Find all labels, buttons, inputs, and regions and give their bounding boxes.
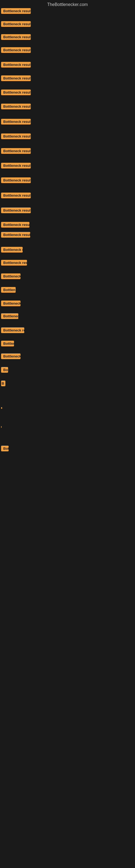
- bottleneck-row-25: Bottler: [1, 341, 14, 347]
- bottleneck-badge-12: Bottleneck result: [1, 163, 31, 168]
- bottleneck-row-2: Bottleneck result: [1, 21, 31, 28]
- bottleneck-row-13: Bottleneck result: [1, 177, 31, 184]
- bottleneck-badge-26: Bottleneck: [1, 353, 20, 359]
- bottleneck-badge-11: Bottleneck result: [1, 148, 31, 154]
- bottleneck-badge-22: Bottleneck: [1, 301, 20, 306]
- bottleneck-row-12: Bottleneck result: [1, 163, 31, 169]
- bottleneck-row-27: Bo: [1, 367, 8, 374]
- bottleneck-badge-29: [1, 407, 2, 409]
- bottleneck-badge-25: Bottler: [1, 341, 14, 346]
- bottleneck-row-3: Bottleneck result: [1, 34, 31, 41]
- bottleneck-row-19: Bottleneck resu: [1, 260, 27, 267]
- bottleneck-row-9: Bottleneck result: [1, 119, 31, 126]
- bottleneck-badge-28: B: [1, 380, 5, 386]
- bottleneck-badge-27: Bo: [1, 367, 8, 373]
- bottleneck-row-21: Bottlen: [1, 287, 16, 294]
- bottleneck-row-1: Bottleneck result: [1, 8, 31, 15]
- bottleneck-badge-23: Bottlenec: [1, 313, 18, 319]
- bottleneck-badge-5: Bottleneck result: [1, 62, 31, 67]
- bottleneck-badge-19: Bottleneck resu: [1, 260, 27, 266]
- bottleneck-badge-4: Bottleneck result: [1, 47, 31, 53]
- bottleneck-row-30: [1, 424, 2, 429]
- bottleneck-row-14: Bottleneck result: [1, 193, 31, 199]
- bottleneck-badge-8: Bottleneck result: [1, 104, 31, 109]
- bottleneck-badge-1: Bottleneck result: [1, 8, 31, 14]
- bottleneck-row-10: Bottleneck result: [1, 133, 31, 140]
- bottleneck-row-23: Bottlenec: [1, 313, 18, 320]
- bottleneck-badge-24: Bottleneck re: [1, 328, 24, 333]
- bottleneck-badge-13: Bottleneck result: [1, 177, 31, 183]
- bottleneck-badge-15: Bottleneck result: [1, 208, 31, 213]
- bottleneck-badge-30: [1, 426, 2, 428]
- bottleneck-row-15: Bottleneck result: [1, 208, 31, 214]
- bottleneck-badge-2: Bottleneck result: [1, 21, 31, 27]
- bottleneck-row-31: Bot: [1, 446, 9, 453]
- bottleneck-row-24: Bottleneck re: [1, 328, 24, 334]
- bottleneck-row-7: Bottleneck result: [1, 90, 31, 96]
- bottleneck-row-5: Bottleneck result: [1, 62, 31, 69]
- bottleneck-badge-14: Bottleneck result: [1, 193, 31, 198]
- bottleneck-row-20: Bottleneck: [1, 273, 20, 280]
- bottleneck-badge-20: Bottleneck: [1, 273, 20, 279]
- bottleneck-row-18: Bottleneck r: [1, 247, 23, 254]
- bottleneck-row-11: Bottleneck result: [1, 148, 31, 155]
- bottleneck-badge-10: Bottleneck result: [1, 133, 31, 139]
- bottleneck-badge-17: Bottleneck result: [1, 232, 30, 238]
- bottleneck-row-8: Bottleneck result: [1, 104, 31, 111]
- bottleneck-row-6: Bottleneck result: [1, 75, 31, 82]
- bottleneck-row-16: Bottleneck result: [1, 222, 30, 229]
- bottleneck-badge-18: Bottleneck r: [1, 247, 23, 252]
- bottleneck-row-28: B: [1, 380, 5, 388]
- bottleneck-row-26: Bottleneck: [1, 353, 20, 360]
- bottleneck-badge-3: Bottleneck result: [1, 34, 31, 40]
- site-title: TheBottlenecker.com: [0, 0, 135, 8]
- bottleneck-badge-6: Bottleneck result: [1, 75, 31, 81]
- bottleneck-badge-16: Bottleneck result: [1, 222, 30, 227]
- bottleneck-row-22: Bottleneck: [1, 301, 20, 307]
- bottleneck-badge-31: Bot: [1, 446, 9, 452]
- bottleneck-row-17: Bottleneck result: [1, 232, 30, 239]
- bottleneck-row-29: [1, 405, 2, 410]
- bottleneck-badge-7: Bottleneck result: [1, 90, 31, 95]
- bottleneck-row-4: Bottleneck result: [1, 47, 31, 54]
- bottleneck-badge-9: Bottleneck result: [1, 119, 31, 124]
- bottleneck-badge-21: Bottlen: [1, 287, 16, 293]
